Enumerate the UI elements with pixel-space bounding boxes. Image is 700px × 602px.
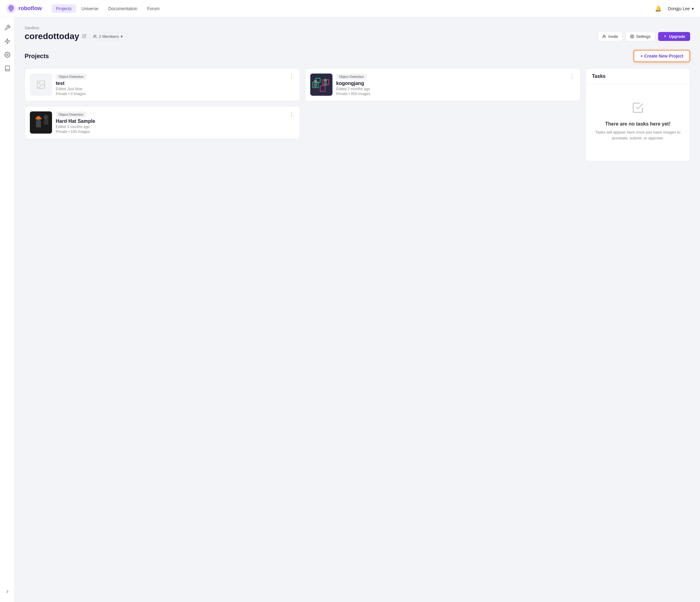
project-edited-test: Edited Just Now xyxy=(56,87,295,91)
workspace-title-row: coredottoday 2 Members ▾ xyxy=(25,31,598,41)
top-navigation: roboflow Projects Universe Documentation… xyxy=(0,0,700,17)
project-thumb-test xyxy=(30,74,52,96)
svg-point-18 xyxy=(314,80,317,83)
workspace-actions: Invite Settings Upgrade xyxy=(598,32,690,41)
svg-point-6 xyxy=(603,35,605,36)
nav-forum[interactable]: Forum xyxy=(143,4,164,13)
svg-rect-13 xyxy=(310,74,332,96)
svg-rect-19 xyxy=(314,83,317,87)
project-info-hardhat: Object Detection Hard Hat Sample Edited … xyxy=(56,111,295,134)
project-edited-hardhat: Edited 3 months ago xyxy=(56,125,295,129)
svg-rect-24 xyxy=(36,121,41,127)
nav-projects[interactable]: Projects xyxy=(52,4,76,13)
svg-rect-21 xyxy=(324,82,327,86)
svg-point-5 xyxy=(94,35,95,36)
svg-point-20 xyxy=(324,79,327,82)
project-menu-test[interactable]: ⋮ xyxy=(287,72,296,80)
user-chevron-icon: ▾ xyxy=(692,6,694,11)
logo[interactable]: roboflow xyxy=(6,4,42,14)
sidebar-models[interactable] xyxy=(2,36,13,47)
user-menu[interactable]: Dongju Lee ▾ xyxy=(668,6,694,11)
svg-point-4 xyxy=(6,54,8,56)
left-sidebar xyxy=(0,17,15,602)
projects-grid: Object Detection test Edited Just Now Pr… xyxy=(25,68,580,161)
project-menu-hardhat[interactable]: ⋮ xyxy=(287,110,296,118)
tasks-header: Tasks xyxy=(586,69,690,84)
members-chevron-icon: ▾ xyxy=(121,34,123,39)
project-info-test: Object Detection test Edited Just Now Pr… xyxy=(56,74,295,96)
create-project-button[interactable]: + Create New Project xyxy=(633,50,690,62)
sidebar-library[interactable] xyxy=(2,63,13,74)
svg-rect-27 xyxy=(44,119,48,125)
invite-label: Invite xyxy=(608,34,618,39)
user-name: Dongju Lee xyxy=(668,6,690,11)
svg-point-2 xyxy=(10,7,12,9)
project-type-test: Object Detection xyxy=(56,74,86,79)
nav-universe[interactable]: Universe xyxy=(77,4,103,13)
settings-button[interactable]: Settings xyxy=(625,32,655,41)
project-thumb-kogongjang xyxy=(310,74,332,96)
notification-bell[interactable]: 🔔 xyxy=(653,4,663,13)
layout: Sandbox coredottoday xyxy=(0,17,700,602)
sidebar-collapse[interactable] xyxy=(2,586,13,597)
nav-documentation[interactable]: Documentation xyxy=(104,4,142,13)
project-details-test: Private • 0 Images xyxy=(56,92,295,96)
members-count: 2 Members xyxy=(99,34,119,39)
project-type-kogongjang: Object Detection xyxy=(336,74,367,79)
project-name-test: test xyxy=(56,81,295,86)
project-details-kogongjang: Private • 850 Images xyxy=(336,92,575,96)
project-name-kogongjang: kogongjang xyxy=(336,81,575,86)
tasks-empty-title: There are no tasks here yet! xyxy=(605,121,671,127)
nav-links: Projects Universe Documentation Forum xyxy=(52,4,653,13)
create-label: + Create New Project xyxy=(640,54,683,58)
svg-marker-3 xyxy=(5,39,9,44)
project-card-test[interactable]: Object Detection test Edited Just Now Pr… xyxy=(25,68,300,101)
members-button[interactable]: 2 Members ▾ xyxy=(90,33,126,40)
upgrade-button[interactable]: Upgrade xyxy=(658,32,690,41)
sidebar-settings[interactable] xyxy=(2,49,13,60)
edit-workspace-icon[interactable] xyxy=(82,34,86,39)
settings-label: Settings xyxy=(636,34,650,39)
tasks-empty: There are no tasks here yet! Tasks will … xyxy=(586,84,690,158)
svg-rect-28 xyxy=(43,117,48,118)
invite-button[interactable]: Invite xyxy=(598,32,622,41)
sidebar-tools[interactable] xyxy=(2,22,13,33)
tasks-empty-icon xyxy=(632,102,644,116)
workspace-header-row: coredottoday 2 Members ▾ xyxy=(25,31,690,41)
project-info-kogongjang: Object Detection kogongjang Edited 2 mon… xyxy=(336,74,575,96)
upgrade-label: Upgrade xyxy=(669,34,685,39)
project-menu-kogongjang[interactable]: ⋮ xyxy=(567,72,577,80)
project-name-hardhat: Hard Hat Sample xyxy=(56,119,295,124)
tasks-panel: Tasks There are no tasks here yet! Tasks… xyxy=(585,68,690,161)
project-details-hardhat: Private • 100 Images xyxy=(56,130,295,134)
svg-rect-25 xyxy=(35,118,42,119)
projects-tasks-layout: Object Detection test Edited Just Now Pr… xyxy=(25,68,690,161)
workspace-label: Sandbox xyxy=(25,26,690,30)
tasks-empty-desc: Tasks will appear here once you have ima… xyxy=(592,129,684,141)
project-thumb-hardhat xyxy=(30,111,52,133)
main-content: Sandbox coredottoday xyxy=(15,17,700,602)
logo-text: roboflow xyxy=(19,5,42,12)
svg-point-9 xyxy=(632,36,632,36)
svg-point-12 xyxy=(39,82,40,84)
nav-right: 🔔 Dongju Lee ▾ xyxy=(653,4,694,13)
section-header: Projects + Create New Project xyxy=(25,50,690,62)
workspace-title: coredottoday xyxy=(25,31,79,41)
project-card-kogongjang[interactable]: Object Detection kogongjang Edited 2 mon… xyxy=(305,68,580,101)
project-type-hardhat: Object Detection xyxy=(56,112,86,117)
projects-title: Projects xyxy=(25,53,49,60)
project-edited-kogongjang: Edited 2 months ago xyxy=(336,87,575,91)
project-card-hardhat[interactable]: Object Detection Hard Hat Sample Edited … xyxy=(25,106,300,139)
